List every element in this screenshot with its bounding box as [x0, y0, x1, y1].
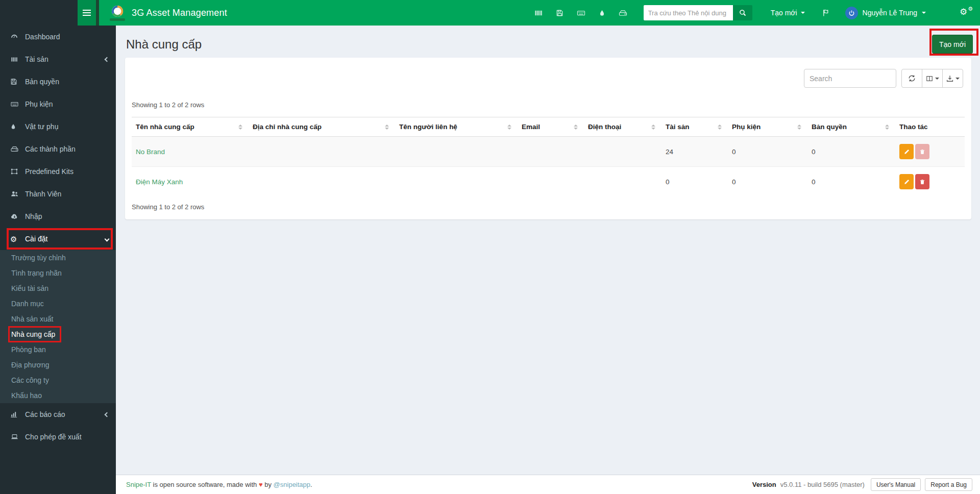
snipeitapp-link[interactable]: @snipeitapp — [274, 481, 310, 488]
trash-icon — [919, 149, 925, 155]
nav-shortcut-assets[interactable] — [534, 9, 543, 17]
table-search-input[interactable] — [804, 69, 896, 88]
sidebar-item-label: Predefined Kits — [25, 167, 74, 176]
droplet-icon — [10, 123, 21, 130]
sidebar-subitem-kieu-tai-san[interactable]: Kiểu tài sản — [0, 281, 116, 296]
column-header-actions: Thao tác — [895, 117, 965, 137]
sidebar-item-nhap[interactable]: Nhập — [0, 205, 116, 228]
sidebar-subitem-nha-san-xuat[interactable]: Nhà sản xuất — [0, 311, 116, 327]
pencil-icon — [903, 179, 910, 185]
snipeit-link[interactable]: Snipe-IT — [126, 481, 151, 488]
sidebar-item-tai-san[interactable]: Tài sản — [0, 48, 116, 70]
create-supplier-button[interactable]: Tạo mới — [932, 35, 973, 54]
sidebar-subitem-nha-cung-cap[interactable]: Nhà cung cấp — [0, 327, 116, 342]
supplier-link[interactable]: No Brand — [136, 148, 165, 156]
delete-button[interactable] — [915, 174, 929, 189]
power-icon — [848, 10, 855, 16]
sidebar-item-predefined-kits[interactable]: Predefined Kits — [0, 160, 116, 183]
sidebar-item-label: Dashboard — [25, 33, 60, 41]
column-header-phone[interactable]: Điện thoại — [584, 117, 662, 137]
cell-contact — [395, 167, 518, 197]
nav-shortcut-components[interactable] — [619, 9, 627, 17]
report-bug-button[interactable]: Report a Bug — [925, 478, 972, 491]
chevron-left-icon — [105, 57, 110, 62]
nav-shortcut-consumables[interactable] — [599, 9, 605, 17]
sidebar-item-cac-thanh-phan[interactable]: Các thành phần — [0, 138, 116, 160]
sort-icon — [238, 125, 242, 130]
sidebar-item-vat-tu-phu[interactable]: Vật tư phụ — [0, 115, 116, 138]
navbar-search — [644, 5, 752, 20]
sidebar-item-cac-bao-cao[interactable]: Các báo cáo — [0, 403, 116, 426]
nav-shortcut-accessories[interactable] — [577, 9, 585, 17]
showing-rows-text: Showing 1 to 2 of 2 rows — [132, 101, 965, 109]
sidebar-item-cho-phep-de-xuat[interactable]: Cho phép đề xuất — [0, 426, 116, 448]
trash-icon — [919, 179, 925, 185]
sidebar-item-label: Tài sản — [25, 55, 48, 63]
users-manual-button[interactable]: User's Manual — [871, 478, 921, 491]
sidebar-item-label: Phụ kiện — [25, 100, 53, 108]
export-button[interactable] — [942, 69, 963, 88]
column-header-address[interactable]: Địa chỉ nhà cung cấp — [249, 117, 395, 137]
columns-toggle-button[interactable] — [922, 69, 943, 88]
edit-button[interactable] — [899, 144, 914, 159]
sidebar-item-ban-quyen[interactable]: Bản quyền — [0, 70, 116, 93]
navbar-admin-settings-button[interactable]: ⚙ ⚙ — [960, 6, 973, 19]
refresh-button[interactable] — [901, 69, 922, 88]
caret-down-icon — [801, 12, 805, 14]
column-header-accessories[interactable]: Phụ kiện — [728, 117, 807, 137]
caret-down-icon — [935, 78, 939, 80]
cell-contact — [395, 137, 518, 167]
delete-button-disabled — [915, 144, 929, 159]
showing-rows-text: Showing 1 to 2 of 2 rows — [132, 203, 965, 211]
cell-phone — [584, 137, 662, 167]
hamburger-icon — [83, 10, 91, 16]
navbar-flag-button[interactable] — [822, 9, 830, 17]
bar-chart-icon — [10, 411, 21, 418]
export-icon — [946, 75, 953, 82]
cell-address — [249, 167, 395, 197]
sidebar-subitem-khau-hao[interactable]: Khấu hao — [0, 388, 116, 403]
column-header-licenses[interactable]: Bản quyền — [807, 117, 895, 137]
navbar-create-label: Tạo mới — [771, 9, 797, 17]
cell-assets: 24 — [662, 137, 728, 167]
suppliers-table: Tên nhà cung cấp Địa chỉ nhà cung cấp Tê… — [132, 117, 965, 196]
supplier-link[interactable]: Điện Máy Xanh — [136, 178, 183, 186]
column-header-assets[interactable]: Tài sản — [662, 117, 728, 137]
footer: Snipe-IT is open source software, made w… — [116, 475, 980, 494]
row-actions — [899, 174, 961, 189]
sidebar-subitem-phong-ban[interactable]: Phòng ban — [0, 342, 116, 357]
footer-text: is open source software, made with — [151, 481, 259, 488]
search-icon — [739, 9, 746, 16]
column-header-name[interactable]: Tên nhà cung cấp — [132, 117, 249, 137]
sidebar-subitem-danh-muc[interactable]: Danh mục — [0, 296, 116, 311]
edit-button[interactable] — [899, 174, 914, 189]
sidebar-item-thanh-vien[interactable]: Thành Viên — [0, 183, 116, 205]
droplet-icon — [599, 9, 605, 17]
app-title: 3G Asset Management — [132, 8, 227, 18]
table-row: No Brand 24 0 0 — [132, 137, 965, 167]
navbar-create-dropdown[interactable]: Tạo mới — [771, 9, 805, 17]
cell-address — [249, 137, 395, 167]
cell-email — [518, 167, 584, 197]
sidebar-toggle-button[interactable] — [78, 0, 96, 26]
sidebar-item-dashboard[interactable]: Dashboard — [0, 26, 116, 48]
column-header-contact[interactable]: Tên người liên hệ — [395, 117, 518, 137]
column-header-email[interactable]: Email — [518, 117, 584, 137]
users-icon — [10, 190, 21, 197]
sidebar-item-cai-dat[interactable]: ⚙ Cài đặt — [0, 228, 116, 250]
sidebar-item-phu-kien[interactable]: Phụ kiện — [0, 93, 116, 115]
sidebar-subitem-tinh-trang-nhan[interactable]: Tình trạng nhãn — [0, 265, 116, 281]
navbar-search-input[interactable] — [644, 5, 733, 20]
chevron-down-icon — [105, 236, 110, 241]
gear-icon: ⚙ — [10, 235, 21, 243]
sidebar-subitem-truong-tuy-chinh[interactable]: Trường tùy chỉnh — [0, 250, 116, 265]
brand[interactable]: 3G Asset Management — [109, 4, 227, 22]
sidebar-subitem-cac-cong-ty[interactable]: Các công ty — [0, 373, 116, 388]
nav-shortcut-licenses[interactable] — [556, 9, 564, 17]
navbar-search-button[interactable] — [733, 5, 752, 20]
sidebar-subitem-dia-phuong[interactable]: Địa phương — [0, 357, 116, 373]
app-window: 3G Asset Management — [0, 0, 980, 494]
top-navbar: 3G Asset Management — [0, 0, 980, 26]
navbar-user-menu[interactable]: Nguyễn Lê Trung — [845, 7, 926, 19]
sidebar-item-label: Các thành phần — [25, 145, 76, 153]
